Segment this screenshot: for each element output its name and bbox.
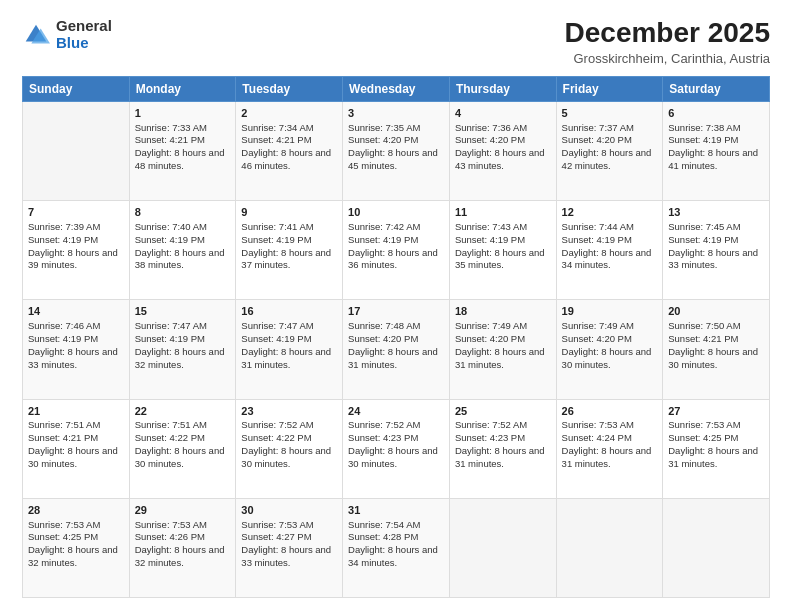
calendar-cell: 6Sunrise: 7:38 AMSunset: 4:19 PMDaylight…	[663, 101, 770, 200]
sunrise-text: Sunrise: 7:52 AM	[348, 419, 444, 432]
title-block: December 2025 Grosskirchheim, Carinthia,…	[565, 18, 770, 66]
daylight-text: Daylight: 8 hours and 34 minutes.	[562, 247, 658, 273]
calendar-cell: 15Sunrise: 7:47 AMSunset: 4:19 PMDayligh…	[129, 300, 236, 399]
sunset-text: Sunset: 4:25 PM	[668, 432, 764, 445]
week-row-4: 28Sunrise: 7:53 AMSunset: 4:25 PMDayligh…	[23, 498, 770, 597]
calendar-body: 1Sunrise: 7:33 AMSunset: 4:21 PMDaylight…	[23, 101, 770, 597]
daylight-text: Daylight: 8 hours and 37 minutes.	[241, 247, 337, 273]
sunset-text: Sunset: 4:19 PM	[241, 333, 337, 346]
sunrise-text: Sunrise: 7:48 AM	[348, 320, 444, 333]
calendar-cell: 10Sunrise: 7:42 AMSunset: 4:19 PMDayligh…	[343, 201, 450, 300]
sunrise-text: Sunrise: 7:34 AM	[241, 122, 337, 135]
header-day-wednesday: Wednesday	[343, 76, 450, 101]
day-number: 22	[135, 404, 231, 419]
day-number: 12	[562, 205, 658, 220]
daylight-text: Daylight: 8 hours and 30 minutes.	[668, 346, 764, 372]
calendar-cell: 13Sunrise: 7:45 AMSunset: 4:19 PMDayligh…	[663, 201, 770, 300]
calendar-cell: 27Sunrise: 7:53 AMSunset: 4:25 PMDayligh…	[663, 399, 770, 498]
header: General Blue December 2025 Grosskirchhei…	[22, 18, 770, 66]
calendar-cell: 29Sunrise: 7:53 AMSunset: 4:26 PMDayligh…	[129, 498, 236, 597]
sunset-text: Sunset: 4:21 PM	[135, 134, 231, 147]
header-day-friday: Friday	[556, 76, 663, 101]
sunset-text: Sunset: 4:21 PM	[241, 134, 337, 147]
logo-text: General Blue	[56, 18, 112, 51]
logo-blue: Blue	[56, 35, 112, 52]
sunset-text: Sunset: 4:20 PM	[348, 134, 444, 147]
week-row-1: 7Sunrise: 7:39 AMSunset: 4:19 PMDaylight…	[23, 201, 770, 300]
sunrise-text: Sunrise: 7:46 AM	[28, 320, 124, 333]
calendar-header: SundayMondayTuesdayWednesdayThursdayFrid…	[23, 76, 770, 101]
sunset-text: Sunset: 4:19 PM	[668, 134, 764, 147]
sunrise-text: Sunrise: 7:52 AM	[455, 419, 551, 432]
calendar-cell: 2Sunrise: 7:34 AMSunset: 4:21 PMDaylight…	[236, 101, 343, 200]
sunset-text: Sunset: 4:19 PM	[348, 234, 444, 247]
calendar-cell: 1Sunrise: 7:33 AMSunset: 4:21 PMDaylight…	[129, 101, 236, 200]
daylight-text: Daylight: 8 hours and 30 minutes.	[348, 445, 444, 471]
calendar-cell: 20Sunrise: 7:50 AMSunset: 4:21 PMDayligh…	[663, 300, 770, 399]
calendar-cell: 23Sunrise: 7:52 AMSunset: 4:22 PMDayligh…	[236, 399, 343, 498]
day-number: 5	[562, 106, 658, 121]
daylight-text: Daylight: 8 hours and 41 minutes.	[668, 147, 764, 173]
week-row-0: 1Sunrise: 7:33 AMSunset: 4:21 PMDaylight…	[23, 101, 770, 200]
day-number: 24	[348, 404, 444, 419]
day-number: 13	[668, 205, 764, 220]
day-number: 16	[241, 304, 337, 319]
calendar-cell: 16Sunrise: 7:47 AMSunset: 4:19 PMDayligh…	[236, 300, 343, 399]
calendar-cell: 22Sunrise: 7:51 AMSunset: 4:22 PMDayligh…	[129, 399, 236, 498]
daylight-text: Daylight: 8 hours and 31 minutes.	[668, 445, 764, 471]
header-day-tuesday: Tuesday	[236, 76, 343, 101]
daylight-text: Daylight: 8 hours and 36 minutes.	[348, 247, 444, 273]
sunrise-text: Sunrise: 7:47 AM	[241, 320, 337, 333]
daylight-text: Daylight: 8 hours and 33 minutes.	[668, 247, 764, 273]
daylight-text: Daylight: 8 hours and 34 minutes.	[348, 544, 444, 570]
day-number: 21	[28, 404, 124, 419]
sunrise-text: Sunrise: 7:50 AM	[668, 320, 764, 333]
sunrise-text: Sunrise: 7:36 AM	[455, 122, 551, 135]
day-number: 3	[348, 106, 444, 121]
calendar-cell	[449, 498, 556, 597]
day-number: 9	[241, 205, 337, 220]
calendar-cell: 3Sunrise: 7:35 AMSunset: 4:20 PMDaylight…	[343, 101, 450, 200]
sunset-text: Sunset: 4:20 PM	[455, 134, 551, 147]
sunset-text: Sunset: 4:20 PM	[562, 134, 658, 147]
sunrise-text: Sunrise: 7:43 AM	[455, 221, 551, 234]
calendar-cell: 17Sunrise: 7:48 AMSunset: 4:20 PMDayligh…	[343, 300, 450, 399]
sunset-text: Sunset: 4:20 PM	[455, 333, 551, 346]
day-number: 18	[455, 304, 551, 319]
sunrise-text: Sunrise: 7:33 AM	[135, 122, 231, 135]
daylight-text: Daylight: 8 hours and 35 minutes.	[455, 247, 551, 273]
calendar-cell: 18Sunrise: 7:49 AMSunset: 4:20 PMDayligh…	[449, 300, 556, 399]
logo-general: General	[56, 18, 112, 35]
day-number: 7	[28, 205, 124, 220]
calendar-table: SundayMondayTuesdayWednesdayThursdayFrid…	[22, 76, 770, 598]
daylight-text: Daylight: 8 hours and 42 minutes.	[562, 147, 658, 173]
sunrise-text: Sunrise: 7:35 AM	[348, 122, 444, 135]
daylight-text: Daylight: 8 hours and 31 minutes.	[455, 445, 551, 471]
daylight-text: Daylight: 8 hours and 31 minutes.	[348, 346, 444, 372]
sunset-text: Sunset: 4:19 PM	[135, 333, 231, 346]
header-day-sunday: Sunday	[23, 76, 130, 101]
sunrise-text: Sunrise: 7:54 AM	[348, 519, 444, 532]
day-number: 2	[241, 106, 337, 121]
calendar-cell	[556, 498, 663, 597]
daylight-text: Daylight: 8 hours and 32 minutes.	[135, 544, 231, 570]
sunset-text: Sunset: 4:23 PM	[455, 432, 551, 445]
daylight-text: Daylight: 8 hours and 30 minutes.	[135, 445, 231, 471]
daylight-text: Daylight: 8 hours and 32 minutes.	[135, 346, 231, 372]
day-number: 10	[348, 205, 444, 220]
daylight-text: Daylight: 8 hours and 43 minutes.	[455, 147, 551, 173]
sunrise-text: Sunrise: 7:41 AM	[241, 221, 337, 234]
month-year: December 2025	[565, 18, 770, 49]
calendar-cell: 19Sunrise: 7:49 AMSunset: 4:20 PMDayligh…	[556, 300, 663, 399]
calendar-cell: 26Sunrise: 7:53 AMSunset: 4:24 PMDayligh…	[556, 399, 663, 498]
sunset-text: Sunset: 4:20 PM	[562, 333, 658, 346]
daylight-text: Daylight: 8 hours and 30 minutes.	[562, 346, 658, 372]
sunrise-text: Sunrise: 7:40 AM	[135, 221, 231, 234]
day-number: 25	[455, 404, 551, 419]
sunset-text: Sunset: 4:19 PM	[668, 234, 764, 247]
daylight-text: Daylight: 8 hours and 31 minutes.	[241, 346, 337, 372]
sunrise-text: Sunrise: 7:53 AM	[28, 519, 124, 532]
day-number: 15	[135, 304, 231, 319]
daylight-text: Daylight: 8 hours and 31 minutes.	[562, 445, 658, 471]
sunset-text: Sunset: 4:19 PM	[241, 234, 337, 247]
